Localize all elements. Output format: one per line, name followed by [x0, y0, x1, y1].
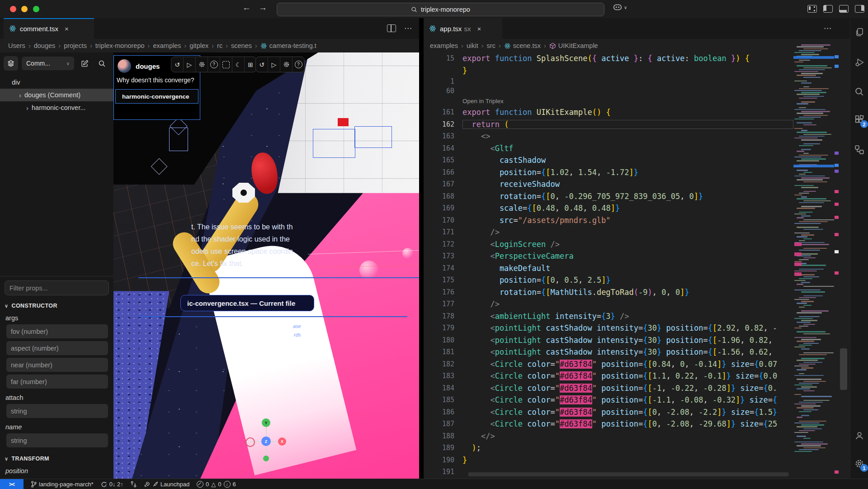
tab-comment-tsx[interactable]: comment.tsx ×	[4, 18, 94, 39]
layers-button[interactable]	[4, 56, 18, 71]
axis-y-handle[interactable]: Y	[262, 418, 270, 427]
breadcrumb-item[interactable]: examples	[430, 42, 458, 49]
chevron-right-icon[interactable]: ›	[26, 104, 28, 112]
breadcrumb-item[interactable]: scene.tsx	[504, 42, 541, 49]
breadcrumb-item[interactable]: scenes	[231, 42, 252, 49]
forward-icon[interactable]: →	[259, 3, 267, 13]
help-button[interactable]: ?	[292, 57, 304, 72]
tree-item-div[interactable]: div	[0, 76, 113, 89]
copilot-menu[interactable]: ∨	[613, 4, 627, 11]
maximize-window-button[interactable]	[33, 6, 39, 12]
minimap-line	[801, 291, 825, 292]
minimap[interactable]	[793, 41, 834, 479]
customize-layout-icon[interactable]	[807, 5, 817, 13]
toggle-primary-sidebar-icon[interactable]	[823, 5, 833, 13]
arg-input[interactable]: far (number)	[6, 375, 108, 389]
minimap-line	[799, 50, 821, 51]
tree-item-harmonic-conver...[interactable]: ›harmonic-conver...	[0, 101, 113, 114]
minimap-line	[801, 101, 815, 102]
breadcrumb-item[interactable]: UIKitExample	[549, 42, 598, 49]
breadcrumb-item[interactable]: douges	[34, 42, 56, 49]
split-editor-icon[interactable]	[387, 24, 396, 32]
close-tab-icon[interactable]: ×	[477, 25, 481, 33]
react-icon	[9, 25, 16, 32]
line-number: 190	[424, 456, 462, 464]
scene-viewport[interactable]: douges Why doesn't this converge? harmon…	[113, 52, 424, 479]
more-actions-icon[interactable]: ⋯	[824, 24, 831, 33]
arg-input[interactable]: near (number)	[6, 358, 108, 372]
toggle-panel-icon[interactable]	[839, 5, 849, 13]
horizontal-scrollbar[interactable]	[468, 472, 789, 476]
launchpad-button[interactable]: Launchpad	[144, 481, 189, 488]
axis-x-handle[interactable]: X	[278, 437, 286, 446]
breadcrumb[interactable]: Users›douges›projects›triplex-monorepo›e…	[0, 39, 427, 52]
breadcrumb-item[interactable]: rc	[217, 42, 222, 49]
breadcrumb-item[interactable]: projects	[64, 42, 87, 49]
pane-divider[interactable]	[419, 18, 424, 479]
problems-status[interactable]: 0 △ 0 i 6	[197, 481, 236, 488]
compare-changes-button[interactable]	[131, 481, 137, 488]
play-button[interactable]: ▷	[183, 57, 195, 72]
more-actions-icon[interactable]: ⋯	[404, 24, 412, 33]
search-elements-button[interactable]	[95, 57, 108, 70]
codelens-open-in-triplex[interactable]: Open in Triplex	[424, 95, 793, 106]
close-window-button[interactable]	[10, 6, 16, 12]
axis-negy-handle[interactable]	[263, 456, 269, 461]
back-icon[interactable]: ←	[242, 3, 251, 13]
breadcrumb-item[interactable]: uikit	[467, 42, 478, 49]
settings-gear-icon[interactable]: 1	[854, 458, 865, 470]
sync-status[interactable]: 0↓ 2↑	[101, 481, 123, 488]
account-icon[interactable]	[854, 430, 865, 442]
extensions-icon[interactable]: 2	[854, 114, 865, 126]
breadcrumb-item[interactable]: camera-testing.t	[260, 42, 316, 49]
red-cube	[338, 118, 349, 126]
scene-panel-toolbar: Comm... ∨	[4, 56, 108, 71]
settings-button[interactable]	[280, 57, 292, 72]
axis-gizmo[interactable]: Y Z X	[240, 412, 294, 469]
chevron-right-icon[interactable]: ›	[19, 91, 21, 99]
warning-count: 0	[218, 481, 221, 488]
comment-component-chip[interactable]: harmonic-convergence	[115, 89, 198, 104]
minimize-window-button[interactable]	[21, 6, 28, 12]
settings-button[interactable]	[195, 57, 208, 72]
select-button[interactable]	[220, 57, 232, 72]
tree-item-douges[interactable]: ›douges (Comment)	[0, 89, 113, 101]
address-bar[interactable]: triplex-monorepo	[277, 3, 604, 16]
axis-z-handle[interactable]: Z	[261, 437, 271, 446]
name-input[interactable]: string	[6, 433, 108, 447]
breadcrumb-item[interactable]: triplex-monorepo	[95, 42, 145, 49]
filter-props-input[interactable]: Filter props...	[5, 280, 109, 295]
section-transform[interactable]: ∨ TRANSFORM	[5, 456, 109, 462]
vertical-scrollbar[interactable]	[840, 348, 847, 390]
code-editor[interactable]: 15export function SplashScene({ active }…	[424, 52, 793, 479]
branch-status[interactable]: landing-page-march*	[31, 481, 94, 488]
references-icon[interactable]	[854, 144, 865, 156]
component-selector[interactable]: Comm... ∨	[22, 57, 74, 70]
run-debug-icon[interactable]	[854, 57, 865, 68]
current-file-pill[interactable]: ic-convergence.tsx — Current file	[180, 295, 314, 311]
undo-button[interactable]: ↺	[171, 57, 183, 72]
remote-indicator[interactable]: ><	[0, 479, 24, 489]
tab-app-tsx[interactable]: app.tsx sx ×	[424, 18, 502, 39]
attach-input[interactable]: string	[6, 404, 108, 418]
arg-input[interactable]: fov (number)	[6, 324, 108, 338]
breadcrumb-item[interactable]: gitplex	[189, 42, 208, 49]
axis-negx-handle[interactable]	[245, 437, 255, 447]
arg-input[interactable]: aspect (number)	[6, 341, 108, 355]
breadcrumb-item[interactable]: Users	[8, 42, 25, 49]
edit-component-button[interactable]	[78, 57, 91, 70]
undo-button[interactable]: ↺	[256, 57, 268, 72]
breadcrumb-item[interactable]: src	[487, 42, 495, 49]
grid-button[interactable]: ⊞	[244, 57, 256, 72]
pages-icon[interactable]	[854, 26, 865, 38]
play-button[interactable]: ▷	[268, 57, 280, 72]
section-constructor[interactable]: ∨ CONSTRUCTOR	[5, 303, 109, 309]
breadcrumb-item[interactable]: examples	[153, 42, 181, 49]
breadcrumb[interactable]: examples›uikit›src›scene.tsx›UIKitExampl…	[424, 39, 856, 52]
inspect-button[interactable]: ?	[208, 57, 220, 72]
search-icon[interactable]	[854, 86, 865, 98]
toggle-secondary-sidebar-icon[interactable]	[855, 5, 864, 13]
minimap-line	[797, 132, 827, 133]
close-tab-icon[interactable]: ×	[65, 25, 69, 33]
night-button[interactable]: ☾	[232, 57, 244, 72]
